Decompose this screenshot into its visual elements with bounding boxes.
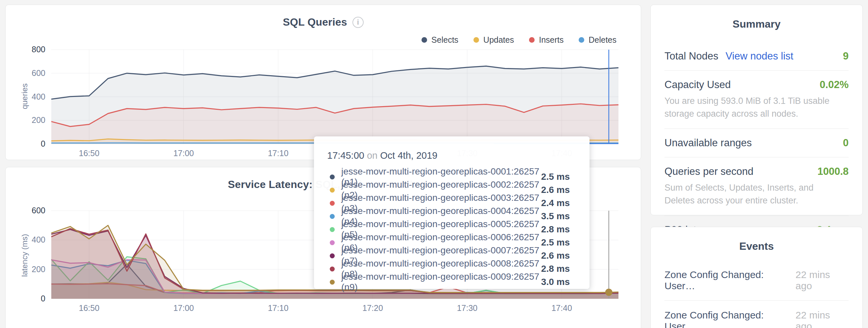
row-label: Capacity Used [664, 79, 731, 91]
x-tick-label: 17:10 [255, 303, 301, 313]
node-latency: 2.5 ms [541, 237, 570, 248]
y-tick-label: 200 [12, 116, 45, 125]
inserts-dot-icon [529, 37, 535, 43]
selects-dot-icon [422, 37, 427, 43]
event-text: Zone Config Changed: User… [664, 309, 796, 328]
node-latency: 2.4 ms [541, 198, 570, 208]
y-tick-label: 600 [12, 68, 45, 78]
event-text: Zone Config Changed: User… [664, 269, 796, 292]
event-row[interactable]: Zone Config Changed: User… 22 mins ago [664, 301, 848, 328]
row-label: Total Nodes [664, 50, 718, 62]
legend-item-inserts[interactable]: Inserts [529, 35, 563, 45]
tooltip-date: Oct 4th, 2019 [380, 150, 437, 161]
summary-row-queries-per-second: Queries per second 1000.8 Sum of Selects… [664, 157, 848, 216]
node-latency: 3.0 ms [541, 277, 570, 287]
row-label: Unavailable ranges [664, 137, 752, 149]
legend-item-deletes[interactable]: Deletes [579, 35, 617, 45]
x-tick-label: 17:40 [539, 303, 585, 313]
node-latency: 2.6 ms [541, 185, 570, 195]
row-subtext: You are using 593.0 MiB of 3.1 TiB usabl… [664, 95, 842, 120]
tooltip-sep: on [367, 150, 377, 161]
tooltip-rows: jesse-movr-multi-region-georeplicas-0001… [327, 170, 575, 289]
summary-panel: Summary Total Nodes View nodes list 9 Ca… [650, 5, 863, 215]
summary-row-total-nodes: Total Nodes View nodes list 9 [664, 42, 848, 71]
y-tick-label: 800 [12, 45, 45, 54]
view-nodes-list-link[interactable]: View nodes list [725, 50, 794, 62]
series-dot-icon [330, 214, 335, 219]
row-subtext: Sum of Selects, Updates, Inserts, and De… [664, 182, 842, 207]
series-dot-icon [330, 227, 335, 232]
row-value: 9 [843, 50, 848, 62]
node-latency: 3.5 ms [541, 211, 570, 222]
series-dot-icon [330, 174, 335, 179]
info-icon[interactable]: i [352, 17, 364, 28]
y-tick-label: 600 [12, 206, 45, 215]
node-latency: 2.6 ms [541, 251, 570, 261]
tooltip-time: 17:45:00 [327, 150, 364, 161]
legend-label: Deletes [589, 35, 617, 45]
event-time: 22 mins ago [796, 269, 848, 292]
sql-queries-canvas[interactable] [51, 50, 618, 144]
x-tick-label: 16:50 [66, 303, 112, 313]
events-title: Events [651, 240, 862, 253]
events-panel: Events Zone Config Changed: User… 22 min… [650, 227, 863, 328]
chart-hover-tooltip: 17:45:00 on Oct 4th, 2019 jesse-movr-mul… [314, 136, 590, 289]
row-label: Queries per second [664, 166, 753, 177]
summary-title: Summary [651, 18, 862, 30]
x-tick-label: 17:20 [350, 303, 396, 313]
y-tick-label: 400 [12, 92, 45, 102]
sql-queries-legend: Selects Updates Inserts Deletes [422, 35, 617, 45]
tooltip-timestamp: 17:45:00 on Oct 4th, 2019 [327, 150, 575, 161]
row-value: 0 [843, 137, 848, 149]
series-dot-icon [330, 240, 335, 245]
x-tick-label: 17:00 [160, 149, 207, 158]
legend-label: Inserts [539, 35, 563, 45]
y-tick-label: 0 [12, 294, 45, 303]
sql-queries-title-row: SQL Queries i [6, 16, 641, 28]
node-latency: 2.8 ms [541, 264, 570, 274]
node-latency: 2.5 ms [541, 171, 570, 182]
legend-label: Selects [431, 35, 458, 45]
node-name: jesse-movr-multi-region-georeplicas-0009… [341, 271, 541, 293]
legend-label: Updates [483, 35, 514, 45]
x-tick-label: 17:10 [255, 149, 301, 158]
row-value: 0.02% [820, 79, 848, 91]
summary-rows: Total Nodes View nodes list 9 Capacity U… [651, 42, 862, 244]
row-value: 1000.8 [817, 166, 848, 177]
tooltip-row: jesse-movr-multi-region-georeplicas-0009… [327, 275, 575, 289]
y-tick-label: 0 [12, 139, 45, 149]
event-time: 22 mins ago [796, 309, 848, 328]
cluster-overview-page: { "chart_data": [ { "id": "sql-queries",… [0, 0, 868, 328]
sql-queries-title: SQL Queries [283, 16, 347, 28]
legend-item-updates[interactable]: Updates [473, 35, 514, 45]
events-rows: Zone Config Changed: User… 22 mins ago Z… [651, 260, 862, 328]
summary-row-capacity-used: Capacity Used 0.02% You are using 593.0 … [664, 71, 848, 129]
sql-queries-chart[interactable]: 020040060080016:5017:0017:1017:2017:3017… [51, 50, 618, 144]
x-tick-label: 17:30 [444, 303, 490, 313]
deletes-dot-icon [579, 37, 584, 43]
y-tick-label: 400 [12, 235, 45, 244]
series-dot-icon [330, 266, 335, 271]
x-tick-label: 16:50 [66, 149, 112, 158]
hover-marker [605, 289, 613, 296]
node-latency: 2.8 ms [541, 224, 570, 235]
event-row[interactable]: Zone Config Changed: User… 22 mins ago [664, 260, 848, 301]
x-tick-label: 17:00 [160, 303, 207, 313]
series-dot-icon [330, 280, 335, 285]
legend-item-selects[interactable]: Selects [422, 35, 458, 45]
y-tick-label: 200 [12, 265, 45, 274]
series-dot-icon [330, 253, 335, 258]
series-dot-icon [330, 188, 335, 193]
series-dot-icon [330, 201, 335, 206]
updates-dot-icon [473, 37, 479, 43]
summary-row-unavailable-ranges: Unavailable ranges 0 [664, 129, 848, 157]
